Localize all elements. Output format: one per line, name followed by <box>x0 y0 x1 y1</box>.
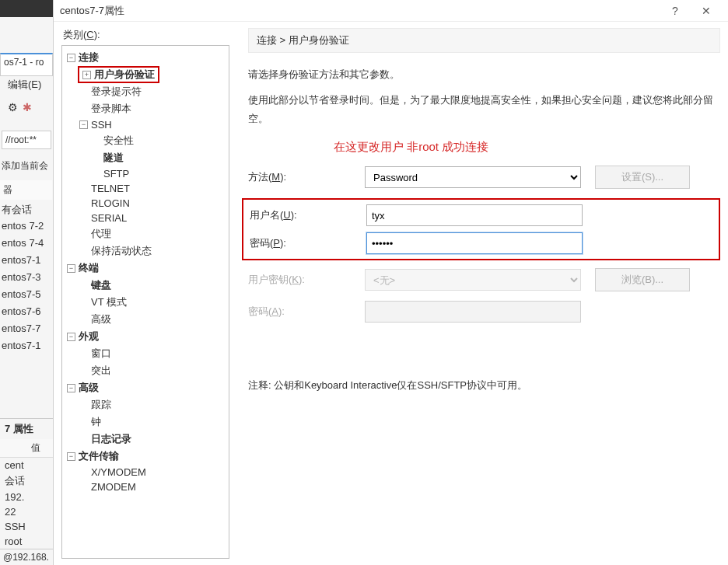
method-select[interactable]: Password <box>365 166 581 188</box>
collapse-icon[interactable]: − <box>67 384 75 392</box>
collapse-icon[interactable]: − <box>79 120 88 129</box>
tree-highlight[interactable]: 突出 <box>91 364 111 378</box>
category-label: 类别(C): <box>61 28 229 42</box>
bg-toolbar: ⚙ ✱ <box>8 101 32 113</box>
tree-appearance[interactable]: 外观 <box>79 330 99 344</box>
description-1: 请选择身份验证方法和其它参数。 <box>248 65 720 83</box>
category-tree[interactable]: −连接 +用户身份验证 登录提示符 登录脚本 −SSH 安全性 隧道 <box>61 45 229 559</box>
browse-button[interactable]: 浏览(B)... <box>595 268 690 291</box>
collapse-icon[interactable]: − <box>67 264 75 273</box>
collapse-icon[interactable]: − <box>67 452 75 461</box>
prop-row: root <box>0 534 54 549</box>
tree-advanced-terminal[interactable]: 高级 <box>91 312 111 326</box>
crumb-auth: 用户身份验证 <box>289 34 349 46</box>
bg-session-list: 有会话 entos 7-2 entos 7-4 entos7-1 entos7-… <box>0 201 52 354</box>
annotation-text: 在这更改用户 非root 成功连接 <box>334 140 720 155</box>
tree-security[interactable]: 安全性 <box>103 134 134 148</box>
password2-label: 密码(A): <box>248 305 365 319</box>
tree-bell[interactable]: 钟 <box>91 415 101 429</box>
prop-row: 会话 <box>0 473 54 490</box>
password-row: 密码(P): <box>250 232 712 254</box>
userkey-label: 用户密钥(K): <box>248 273 365 287</box>
tree-login-script[interactable]: 登录脚本 <box>91 102 131 116</box>
setup-button[interactable]: 设置(S)... <box>595 166 690 189</box>
bg-statusbar: @192.168. <box>0 549 54 565</box>
dialog-title: centos7-7属性 <box>60 4 124 18</box>
session-item[interactable]: entos7-5 <box>0 286 52 303</box>
tree-filetransfer[interactable]: 文件传输 <box>79 449 119 463</box>
session-item[interactable]: entos7-3 <box>0 269 52 286</box>
tree-vtmode[interactable]: VT 模式 <box>91 295 127 309</box>
bg-side-header: 器 <box>0 180 52 200</box>
bg-titlebar <box>0 0 54 17</box>
tree-rlogin[interactable]: RLOGIN <box>91 197 130 209</box>
bg-prop-rows: cent 会话 192. 22 SSH root <box>0 458 54 549</box>
tree-xymodem[interactable]: X/YMODEM <box>91 466 146 478</box>
tree-advanced[interactable]: 高级 <box>79 381 99 395</box>
bg-menu-edit[interactable]: 编辑(E) <box>8 78 41 92</box>
tree-zmodem[interactable]: ZMODEM <box>91 481 136 493</box>
session-item[interactable]: entos 7-4 <box>0 235 52 252</box>
properties-dialog: centos7-7属性 ? ✕ 类别(C): −连接 +用户身份验证 登录提示符 <box>53 0 728 565</box>
prop-row: SSH <box>0 519 54 534</box>
tree-login-prompt[interactable]: 登录提示符 <box>91 85 142 99</box>
username-row: 用户名(U): <box>250 204 712 226</box>
tree-tunnel[interactable]: 隧道 <box>103 151 124 165</box>
tree-serial[interactable]: SERIAL <box>91 212 127 224</box>
session-item[interactable]: entos7-7 <box>0 320 52 337</box>
bg-table-header: 值 <box>0 439 54 458</box>
description-2: 使用此部分以节省登录时间。但是，为了最大限度地提高安全性，如果担心安全问题，建议… <box>248 91 720 127</box>
password-input[interactable] <box>366 232 583 254</box>
session-item[interactable]: entos 7-2 <box>0 218 52 235</box>
session-item[interactable]: entos7-6 <box>0 303 52 320</box>
tree-auth-selected[interactable]: +用户身份验证 <box>78 66 159 83</box>
prop-row: 192. <box>0 490 54 504</box>
close-button[interactable]: ✕ <box>691 5 722 17</box>
tree-terminal[interactable]: 终端 <box>79 261 99 275</box>
toolbar-icon[interactable]: ✱ <box>23 101 32 113</box>
tree-keyboard[interactable]: 键盘 <box>91 278 111 292</box>
collapse-icon[interactable]: − <box>67 54 75 62</box>
collapse-icon[interactable]: − <box>67 333 75 341</box>
expand-icon[interactable]: + <box>82 71 91 79</box>
password2-row: 密码(A): <box>248 301 720 323</box>
userkey-select: <无> <box>365 269 581 291</box>
bg-bottom-panel: 7 属性 值 cent 会话 192. 22 SSH root @192.168… <box>0 418 54 565</box>
dialog-titlebar: centos7-7属性 ? ✕ <box>54 0 728 22</box>
tree-sftp[interactable]: SFTP <box>103 168 129 180</box>
session-item[interactable]: entos7-1 <box>0 337 52 354</box>
tree-connection[interactable]: 连接 <box>79 51 99 65</box>
crumb-connection: 连接 <box>257 34 277 46</box>
tree-logging[interactable]: 日志记录 <box>91 432 131 446</box>
password-label: 密码(P): <box>250 236 366 250</box>
tree-keepalive[interactable]: 保持活动状态 <box>91 244 152 258</box>
prop-row: cent <box>0 458 54 473</box>
password2-input <box>365 301 581 323</box>
tree-window[interactable]: 窗口 <box>91 347 111 361</box>
session-item[interactable]: entos7-1 <box>0 252 52 269</box>
credentials-highlight: 用户名(U): 密码(P): <box>242 198 720 260</box>
prop-row: 22 <box>0 504 54 519</box>
method-row: 方法(M): Password 设置(S)... <box>248 166 720 189</box>
note-text: 注释: 公钥和Keyboard Interactive仅在SSH/SFTP协议中… <box>248 378 720 392</box>
username-input[interactable] <box>366 204 583 226</box>
tree-proxy[interactable]: 代理 <box>91 227 111 241</box>
username-label: 用户名(U): <box>250 208 366 222</box>
props-panel-title: 7 属性 <box>0 418 54 439</box>
method-label: 方法(M): <box>248 170 365 184</box>
col-header-value: 值 <box>31 441 40 455</box>
tree-telnet[interactable]: TELNET <box>91 183 130 194</box>
settings-panel: 连接 > 用户身份验证 请选择身份验证方法和其它参数。 使用此部分以节省登录时间… <box>229 28 720 559</box>
bg-list-title: 有会话 <box>0 201 52 218</box>
bg-tab[interactable]: os7-1 - ro <box>0 53 53 76</box>
tree-trace[interactable]: 跟踪 <box>91 398 111 412</box>
help-button[interactable]: ? <box>660 5 691 17</box>
bg-add-link[interactable]: 添加当前会 <box>2 159 48 173</box>
bg-path-input[interactable]: //root:** <box>2 131 51 149</box>
userkey-row: 用户密钥(K): <无> 浏览(B)... <box>248 268 720 291</box>
tree-ssh[interactable]: SSH <box>91 119 112 131</box>
background-window: os7-1 - ro 编辑(E) ⚙ ✱ //root:** 添加当前会 器 有… <box>0 0 54 565</box>
breadcrumb: 连接 > 用户身份验证 <box>248 28 720 53</box>
gear-icon[interactable]: ⚙ <box>8 101 18 113</box>
